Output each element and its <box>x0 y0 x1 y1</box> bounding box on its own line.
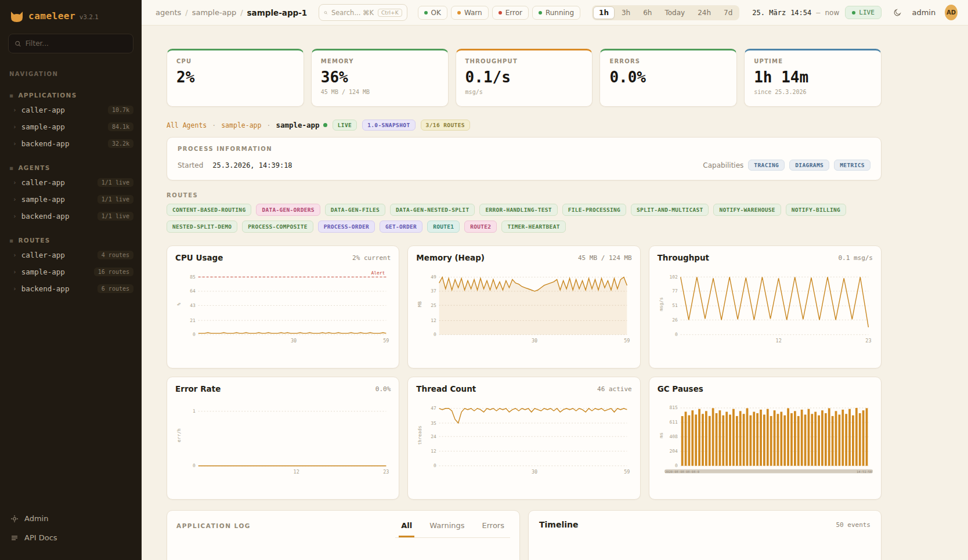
chart-title: Throughput <box>658 253 709 262</box>
tab-errors[interactable]: Errors <box>480 519 507 537</box>
sidebar-item-routes-backend[interactable]: ›backend-app6 routes <box>0 280 142 297</box>
chart-card-error-rate: Error Rate0.0% 011223err/h <box>167 377 399 500</box>
route-chip[interactable]: TIMER-HEARTBEAT <box>501 221 565 233</box>
sidebar-filter[interactable] <box>8 34 133 53</box>
gc-pauses-chart: 0204408611815ms2020:08:08:08:08:014:51:5… <box>658 396 873 489</box>
dark-mode-toggle[interactable] <box>891 5 904 21</box>
main-content: CPU 2% MEMORY 36% 45 MB / 124 MB THROUGH… <box>142 26 968 560</box>
tab-warnings[interactable]: Warnings <box>427 519 467 537</box>
time-range-7d[interactable]: 7d <box>718 6 738 19</box>
svg-text:0: 0 <box>434 463 436 468</box>
route-chip[interactable]: GET-ORDER <box>380 221 422 233</box>
tab-all[interactable]: All <box>399 519 414 537</box>
section-label: ROUTES <box>18 237 50 244</box>
user-name: admin <box>912 8 936 17</box>
capabilities-label: Capabilities <box>703 161 743 169</box>
stat-cards-row: CPU 2% MEMORY 36% 45 MB / 124 MB THROUGH… <box>167 49 882 107</box>
svg-text:30: 30 <box>532 469 537 475</box>
route-chip[interactable]: DATA-GEN-NESTED-SPLIT <box>390 204 475 216</box>
filter-chip-warn[interactable]: Warn <box>451 6 489 20</box>
time-range-3h[interactable]: 3h <box>616 6 636 19</box>
sidebar-item-agent-backend[interactable]: ›backend-app1/1 live <box>0 208 142 225</box>
svg-text:25: 25 <box>431 303 437 308</box>
chart-current-value: 0.0% <box>375 385 391 393</box>
chart-card-thread-count: Thread Count46 active 0122435473059threa… <box>407 377 640 500</box>
sidebar-item-app-backend[interactable]: ›backend-app32.2k <box>0 135 142 152</box>
svg-text:59: 59 <box>624 469 630 475</box>
sample-app-link[interactable]: sample-app <box>221 121 261 129</box>
filter-chip-label: Warn <box>464 9 482 17</box>
sidebar-item-api-docs[interactable]: API Docs <box>0 528 142 547</box>
stat-label: UPTIME <box>754 58 872 64</box>
route-chip[interactable]: ROUTE2 <box>464 221 497 233</box>
svg-text:12: 12 <box>775 338 781 344</box>
svg-text:30: 30 <box>291 338 297 344</box>
time-range-24h[interactable]: 24h <box>692 6 717 19</box>
item-label: backend-app <box>21 139 70 148</box>
sidebar-item-admin[interactable]: Admin <box>0 509 142 528</box>
route-chip[interactable]: SPLIT-AND-MULTICAST <box>631 204 709 216</box>
breadcrumb-agents[interactable]: agents <box>156 8 181 17</box>
route-chip[interactable]: NOTIFY-WAREHOUSE <box>713 204 781 216</box>
item-routes-badge: 4 routes <box>97 251 133 259</box>
svg-text:102: 102 <box>669 274 678 280</box>
bottom-panels: APPLICATION LOG All Warnings Errors Time… <box>167 510 882 560</box>
route-chip[interactable]: NOTIFY-BILLING <box>786 204 846 216</box>
svg-text:204: 204 <box>669 449 678 454</box>
section-header-agents[interactable]: ▪AGENTS <box>0 161 142 174</box>
error-status-dot <box>499 11 502 15</box>
sidebar-footer: Admin API Docs <box>0 503 142 560</box>
time-window-display: 25. März 14:54 — now <box>752 9 839 17</box>
separator-dot: · <box>266 121 270 129</box>
section-header-applications[interactable]: ▪APPLICATIONS <box>0 89 142 102</box>
section-header-routes[interactable]: ▪ROUTES <box>0 234 142 247</box>
svg-text:%: % <box>176 302 182 305</box>
avatar[interactable]: AD <box>945 5 958 20</box>
filter-chip-running[interactable]: Running <box>532 6 580 20</box>
all-agents-link[interactable]: All Agents <box>167 121 207 129</box>
sidebar-item-routes-sample[interactable]: ›sample-app16 routes <box>0 263 142 280</box>
chart-card-memory-heap: Memory (Heap)45 MB / 124 MB 012253749305… <box>407 245 640 368</box>
route-chip[interactable]: ERROR-HANDLING-TEST <box>479 204 557 216</box>
filter-input[interactable] <box>26 39 127 48</box>
global-search[interactable]: Ctrl+K <box>319 4 407 21</box>
filter-chip-ok[interactable]: OK <box>418 6 447 20</box>
stat-card-uptime: UPTIME 1h 14m since 25.3.2026 <box>744 49 882 107</box>
sidebar-item-app-caller[interactable]: ›caller-app10.7k <box>0 102 142 118</box>
route-chip[interactable]: FILE-PROCESSING <box>562 204 626 216</box>
route-chip[interactable]: DATA-GEN-FILES <box>325 204 385 216</box>
stat-value: 0.0% <box>609 68 727 86</box>
sidebar-section-routes: ▪ROUTES ›caller-app4 routes ›sample-app1… <box>0 234 142 297</box>
stat-value: 1h 14m <box>754 68 872 86</box>
time-range-today[interactable]: Today <box>659 6 691 19</box>
app-logo[interactable]: cameleer v3.2.1 <box>0 0 142 31</box>
filter-chip-error[interactable]: Error <box>492 6 529 20</box>
chart-card-cpu-usage: CPU Usage2% current 0214364853059%Alert <box>167 245 399 368</box>
application-log-panel: APPLICATION LOG All Warnings Errors <box>167 510 520 560</box>
filter-chip-label: Running <box>546 9 574 17</box>
chart-card-throughput: Throughput0.1 msg/s 02651771021223msg/s <box>649 245 882 368</box>
route-chip[interactable]: DATA-GEN-ORDERS <box>256 204 320 216</box>
svg-text:ms: ms <box>659 432 664 438</box>
time-range-6h[interactable]: 6h <box>637 6 658 19</box>
live-indicator[interactable]: LIVE <box>845 6 882 19</box>
chevron-right-icon: › <box>13 268 17 276</box>
route-chip[interactable]: PROCESS-ORDER <box>318 221 375 233</box>
breadcrumb-sample-app[interactable]: sample-app <box>192 8 236 17</box>
route-chip[interactable]: NESTED-SPLIT-DEMO <box>167 221 237 233</box>
route-chip[interactable]: CONTENT-BASED-ROUTING <box>167 204 251 216</box>
chart-title: Memory (Heap) <box>416 253 485 262</box>
stat-label: CPU <box>176 58 294 64</box>
sidebar-item-agent-sample[interactable]: ›sample-app1/1 live <box>0 191 142 208</box>
time-range-1h[interactable]: 1h <box>593 6 615 19</box>
sidebar-item-agent-caller[interactable]: ›caller-app1/1 live <box>0 174 142 191</box>
search-input[interactable] <box>331 9 374 17</box>
stat-value: 2% <box>176 68 294 86</box>
chart-title: GC Pauses <box>658 384 703 393</box>
live-dot <box>852 11 855 15</box>
sidebar-item-app-sample[interactable]: ›sample-app84.1k <box>0 118 142 135</box>
sidebar-item-routes-caller[interactable]: ›caller-app4 routes <box>0 247 142 263</box>
chevron-right-icon: › <box>13 196 17 203</box>
route-chip[interactable]: PROCESS-COMPOSITE <box>242 221 313 233</box>
route-chip[interactable]: ROUTE1 <box>427 221 460 233</box>
